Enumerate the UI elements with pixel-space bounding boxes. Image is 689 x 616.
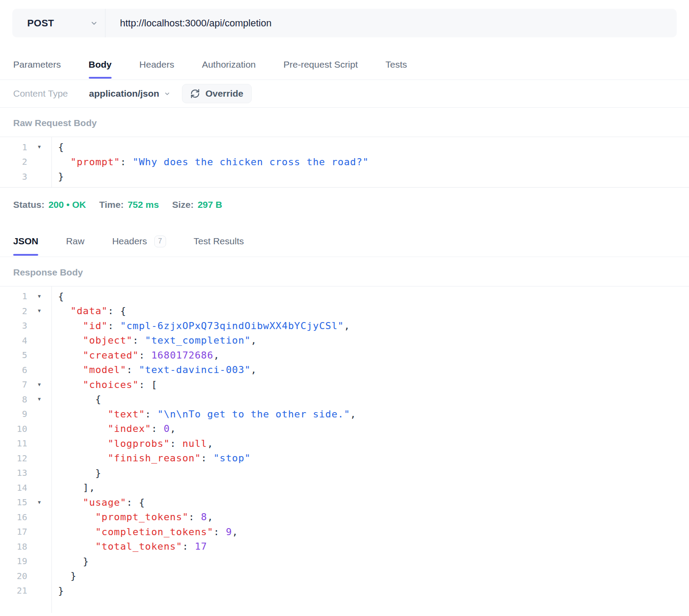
code-line: } bbox=[58, 466, 689, 481]
tab-pre-request-script[interactable]: Pre-request Script bbox=[283, 46, 358, 80]
code-token: 8 bbox=[201, 511, 207, 522]
code-token: , bbox=[251, 335, 257, 346]
line-number: 2 bbox=[0, 156, 27, 167]
code-token: : bbox=[120, 156, 132, 167]
url-input[interactable]: http://localhost:3000/api/completion bbox=[105, 9, 677, 37]
code-line: } bbox=[58, 554, 689, 569]
status-item: Status:200 • OK bbox=[13, 199, 86, 210]
tab-label: Raw bbox=[66, 236, 84, 246]
fold-toggle-icon[interactable]: ▼ bbox=[27, 294, 51, 299]
gutter-row: 11 bbox=[0, 436, 51, 451]
tab-body[interactable]: Body bbox=[89, 46, 112, 80]
code-token: : bbox=[145, 409, 157, 420]
content-type-select[interactable]: application/json bbox=[89, 88, 171, 99]
response-tabs: JSONRawHeaders7Test Results bbox=[0, 223, 689, 257]
line-number: 4 bbox=[0, 335, 27, 346]
gutter-row: 2 bbox=[0, 155, 51, 170]
code-token: "id" bbox=[83, 320, 108, 331]
tab-headers[interactable]: Headers bbox=[139, 46, 174, 80]
code-token: "prompt" bbox=[70, 156, 120, 167]
status-value: 200 • OK bbox=[48, 199, 86, 210]
fold-toggle-icon[interactable]: ▼ bbox=[27, 382, 51, 387]
code-token: , bbox=[207, 438, 214, 449]
fold-toggle-icon[interactable]: ▼ bbox=[27, 308, 51, 313]
code-line: "model": "text-davinci-003", bbox=[58, 362, 689, 377]
tab-label: Headers bbox=[112, 236, 147, 246]
tab-test-results[interactable]: Test Results bbox=[194, 223, 244, 257]
method-selector[interactable]: POST bbox=[12, 9, 105, 37]
status-value: 297 B bbox=[198, 199, 222, 210]
code-line: } bbox=[58, 569, 689, 583]
code-line: "prompt": "Why does the chicken cross th… bbox=[58, 155, 689, 170]
response-body-section-label: Response Body bbox=[0, 257, 689, 286]
code-token bbox=[58, 423, 108, 434]
line-number: 15 bbox=[0, 497, 27, 507]
code-token: "total_tokens" bbox=[95, 541, 182, 552]
tab-label: JSON bbox=[13, 236, 38, 246]
code-token: ], bbox=[58, 482, 95, 493]
line-number: 21 bbox=[0, 585, 27, 596]
code-token: , bbox=[232, 526, 238, 537]
code-token: null bbox=[182, 438, 207, 449]
code-line: } bbox=[58, 169, 689, 184]
gutter-row: 17 bbox=[0, 525, 51, 540]
line-number: 18 bbox=[0, 541, 27, 552]
tab-headers[interactable]: Headers7 bbox=[112, 223, 166, 257]
gutter-row: 20 bbox=[0, 569, 51, 583]
code-token: "object" bbox=[83, 335, 133, 346]
line-number: 17 bbox=[0, 526, 27, 537]
line-number: 1 bbox=[0, 142, 27, 152]
gutter-row: 1▼ bbox=[0, 140, 51, 155]
line-number: 14 bbox=[0, 482, 27, 493]
code-token bbox=[58, 511, 95, 522]
code-token: : { bbox=[127, 497, 145, 508]
line-number: 10 bbox=[0, 424, 27, 434]
tab-authorization[interactable]: Authorization bbox=[202, 46, 256, 80]
override-button[interactable]: Override bbox=[182, 84, 251, 103]
tab-parameters[interactable]: Parameters bbox=[13, 46, 61, 80]
headers-count-badge: 7 bbox=[154, 236, 166, 247]
code-token: , bbox=[207, 511, 214, 522]
line-number: 7 bbox=[0, 379, 27, 390]
content-type-value: application/json bbox=[89, 88, 160, 99]
code-line: "index": 0, bbox=[58, 421, 689, 436]
code-token: , bbox=[251, 364, 257, 375]
response-code-area[interactable]: { "data": { "id": "cmpl-6zjxOPxQ73qindOi… bbox=[52, 286, 689, 613]
status-value: 752 ms bbox=[127, 199, 159, 210]
line-number: 9 bbox=[0, 409, 27, 419]
tab-label: Headers bbox=[139, 59, 174, 70]
code-token: : bbox=[201, 453, 213, 464]
line-number: 20 bbox=[0, 571, 27, 581]
code-token: : bbox=[133, 335, 145, 346]
content-type-label: Content Type bbox=[13, 88, 68, 99]
tab-label: Tests bbox=[385, 59, 407, 70]
code-token: } bbox=[58, 570, 76, 581]
code-line: "object": "text_completion", bbox=[58, 333, 689, 348]
code-token bbox=[58, 526, 95, 537]
tab-label: Authorization bbox=[202, 59, 256, 70]
code-token: } bbox=[58, 171, 64, 182]
code-token: } bbox=[58, 467, 102, 478]
fold-toggle-icon[interactable]: ▼ bbox=[27, 145, 51, 149]
code-line: "text": "\n\nTo get to the other side.", bbox=[58, 407, 689, 422]
code-token: , bbox=[350, 409, 356, 420]
tab-raw[interactable]: Raw bbox=[66, 223, 84, 257]
gutter-row: 16 bbox=[0, 510, 51, 525]
gutter-row: 8▼ bbox=[0, 392, 51, 407]
code-token: } bbox=[58, 585, 64, 596]
fold-toggle-icon[interactable]: ▼ bbox=[27, 500, 51, 505]
code-token bbox=[58, 335, 83, 346]
request-code-area[interactable]: { "prompt": "Why does the chicken cross … bbox=[52, 137, 689, 187]
code-token: "created" bbox=[83, 350, 139, 361]
code-token: : bbox=[139, 350, 151, 361]
code-token: { bbox=[58, 291, 64, 302]
fold-toggle-icon[interactable]: ▼ bbox=[27, 397, 51, 402]
tab-json[interactable]: JSON bbox=[13, 223, 38, 257]
code-token bbox=[58, 409, 108, 420]
content-type-row: Content Type application/json Override bbox=[0, 80, 689, 108]
tab-tests[interactable]: Tests bbox=[385, 46, 407, 80]
gutter-row: 4 bbox=[0, 333, 51, 348]
code-token: : bbox=[108, 320, 120, 331]
code-line: "completion_tokens": 9, bbox=[58, 525, 689, 540]
code-token: : bbox=[182, 541, 195, 552]
